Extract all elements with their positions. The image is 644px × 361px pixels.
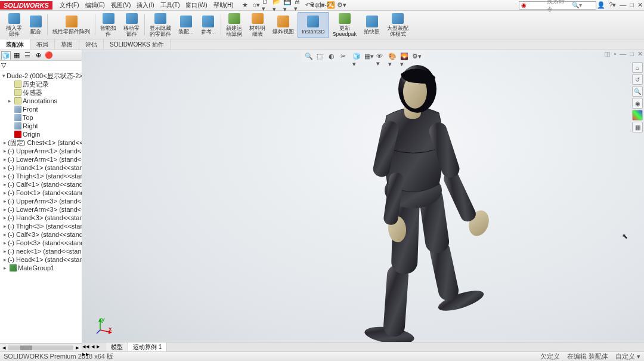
tree-node[interactable]: ▸(-) Calf<3> (stand<<stand xyxy=(0,230,82,239)
hu-decal-icon[interactable]: ▦ xyxy=(632,122,643,132)
print-icon[interactable]: 🖨▾ xyxy=(294,1,304,10)
ribbon-tab[interactable]: 布局 xyxy=(30,39,55,50)
expand-icon[interactable]: ▸ xyxy=(4,173,7,179)
ribbon-tab[interactable]: 评估 xyxy=(79,39,104,50)
maximize-icon[interactable]: □ xyxy=(630,1,634,9)
tree-node[interactable]: ▸(-) Hand<3> (stand<<stand xyxy=(0,214,82,222)
expand-icon[interactable]: ▸ xyxy=(4,206,7,212)
bottom-tab[interactable]: 运动算例 1 xyxy=(128,343,167,351)
status-item[interactable]: 自定义 ▾ xyxy=(615,352,640,361)
status-item[interactable]: 在编辑 装配体 xyxy=(567,352,608,361)
star-icon[interactable]: ★ xyxy=(240,1,250,10)
ribbon-button[interactable]: 插入零部件 xyxy=(2,12,26,38)
graphics-viewport[interactable]: 🔍 ⬚ ◐ ✂ 🧊▾ ▦▾ 👁▾ 🎨▾ 🌄▾ ⚙▾ ◫ ▫ — □ ✕ ⌂ ↺ … xyxy=(82,50,644,351)
open-icon[interactable]: 📂▾ xyxy=(273,1,282,10)
close-icon[interactable]: ✕ xyxy=(637,1,643,9)
tree-node[interactable]: ▸(-) UpperArm<1> (stand<<stand xyxy=(0,147,82,155)
expand-icon[interactable]: ▸ xyxy=(4,140,7,146)
ribbon-button[interactable]: 新建运动算例 xyxy=(222,12,246,38)
tree-node[interactable]: ▸(-) UpperArm<3> (stand<<stand xyxy=(0,197,82,205)
appearance-tab-icon[interactable]: 🔴 xyxy=(44,51,54,60)
menu-item[interactable]: 文件(F) xyxy=(57,1,82,10)
menu-item[interactable]: 工具(T) xyxy=(158,1,182,10)
tree-node[interactable]: 传感器 xyxy=(0,88,82,97)
ribbon-button[interactable]: 显示隐藏的零部件 xyxy=(146,12,175,38)
status-item[interactable]: 欠定义 xyxy=(540,352,560,361)
hu-home-icon[interactable]: ⌂ xyxy=(632,62,643,73)
tree-node[interactable]: 历史记录 xyxy=(0,80,82,88)
menu-item[interactable]: 帮助(H) xyxy=(211,1,236,10)
ribbon-button[interactable]: Instant3D xyxy=(298,12,329,38)
hu-reset-icon[interactable]: ↺ xyxy=(632,74,643,85)
ribbon-button[interactable]: 智能扣件 xyxy=(97,12,120,38)
menu-item[interactable]: 视图(V) xyxy=(109,1,133,10)
expand-icon[interactable]: ▸ xyxy=(4,232,7,237)
ribbon-button[interactable]: 拍快照 xyxy=(360,12,383,38)
ribbon-tab[interactable]: SOLIDWORKS 插件 xyxy=(104,39,171,50)
expand-icon[interactable]: ▸ xyxy=(4,257,7,263)
config-tab-icon[interactable]: ☰ xyxy=(23,51,32,60)
display-tab-icon[interactable]: ⊕ xyxy=(33,51,43,60)
expand-icon[interactable]: ▸ xyxy=(4,215,7,221)
property-tab-icon[interactable]: ▦ xyxy=(12,51,21,60)
ribbon-button[interactable]: 爆炸视图 xyxy=(269,12,298,38)
ribbon-button[interactable]: 配合 xyxy=(26,12,46,38)
home-icon[interactable]: ⌂▾ xyxy=(251,1,261,10)
expand-icon[interactable]: ▸ xyxy=(4,165,7,171)
save-icon[interactable]: 💾▾ xyxy=(283,1,293,10)
search-box[interactable]: ◉ 搜索命令 🔍▾ xyxy=(519,1,596,10)
expand-icon[interactable]: ▸ xyxy=(4,198,7,204)
tree-node[interactable]: ▸(-) Head<1> (stand<<stand xyxy=(0,255,82,264)
ribbon-tab[interactable]: 装配体 xyxy=(0,39,30,50)
menu-item[interactable]: 窗口(W) xyxy=(183,1,209,10)
options-icon[interactable]: ⚙▾ xyxy=(337,1,346,10)
tree-scrollbar[interactable]: ◂▸ xyxy=(0,343,82,351)
tree-node[interactable]: ▸Annotations xyxy=(0,97,82,105)
menu-item[interactable]: 插入(I) xyxy=(134,1,156,10)
tree-node[interactable]: ▸(-) LowerArm<3> (stand<<stand xyxy=(0,205,82,214)
expand-icon[interactable]: ▸ xyxy=(4,156,7,162)
collapse-icon[interactable]: ▾ xyxy=(2,73,5,79)
new-icon[interactable]: 🗋▾ xyxy=(262,1,271,10)
hu-appear-icon[interactable] xyxy=(632,110,643,121)
tree-node[interactable]: ▸(-) Thigh<3> (stand<<stand xyxy=(0,222,82,230)
vp-max-icon[interactable]: □ xyxy=(630,50,634,58)
vp-split-icon[interactable]: ▫ xyxy=(614,50,616,58)
expand-icon[interactable]: ▸ xyxy=(4,148,7,154)
expand-icon[interactable]: ▸ xyxy=(4,248,7,254)
tree-root[interactable]: ▾ Dude-2 (000<显示状态-2>) xyxy=(0,72,82,80)
tree-node[interactable]: ▸(-) Hand<1> (stand<<stand xyxy=(0,163,82,172)
expand-icon[interactable]: ▸ xyxy=(4,240,7,246)
expand-icon[interactable]: ▸ xyxy=(4,181,7,187)
ribbon-button[interactable]: 装配... xyxy=(175,12,197,38)
vp-close-icon[interactable]: ✕ xyxy=(637,50,643,58)
vp-min-icon[interactable]: — xyxy=(620,50,626,58)
tree-node[interactable]: ▸(-) LowerArm<1> (stand<<stand xyxy=(0,155,82,163)
expand-icon[interactable]: ▸ xyxy=(4,265,10,271)
ribbon-button[interactable]: 更新Speedpak xyxy=(329,12,361,38)
tree-node[interactable]: ▸MateGroup1 xyxy=(0,264,82,272)
ribbon-button[interactable]: 移动零部件 xyxy=(120,12,143,38)
tree-node[interactable]: Top xyxy=(0,113,82,122)
tree-node[interactable]: Origin xyxy=(0,130,82,138)
tab-nav[interactable]: ◂◂ ◂ ▸ ▸▸ xyxy=(82,343,106,351)
tree-node[interactable]: ▸(-) neck<1> (stand<<stand xyxy=(0,247,82,255)
expand-icon[interactable]: ▸ xyxy=(8,98,14,104)
ribbon-tab[interactable]: 草图 xyxy=(55,39,79,50)
minimize-icon[interactable]: — xyxy=(620,1,626,9)
ribbon-button[interactable]: 线性零部件阵列 xyxy=(49,12,94,38)
tree-node[interactable]: ▸(-) Thigh<1> (stand<<stand xyxy=(0,172,82,180)
expand-icon[interactable]: ▸ xyxy=(4,190,7,196)
user-icon[interactable]: 👤 xyxy=(597,1,605,9)
menu-item[interactable]: 编辑(E) xyxy=(83,1,107,10)
tree-node[interactable]: ▸(-) Foot<3> (stand<<stand xyxy=(0,239,82,247)
bottom-tab[interactable]: 模型 xyxy=(106,343,128,351)
vp-dock-icon[interactable]: ◫ xyxy=(604,50,610,58)
ribbon-button[interactable]: 材料明细表 xyxy=(246,12,269,38)
tree-node[interactable]: ▸(-) Calf<1> (stand<<stand xyxy=(0,180,82,189)
expand-icon[interactable]: ▸ xyxy=(4,223,7,229)
search-icon[interactable]: 🔍▾ xyxy=(570,2,596,8)
tree-node[interactable]: ▸(固定) Chest<1> (stand<<stand xyxy=(0,138,82,147)
tree-node[interactable]: ▸(-) Foot<1> (stand<<stand xyxy=(0,189,82,197)
help-icon[interactable]: ?▾ xyxy=(609,1,616,9)
